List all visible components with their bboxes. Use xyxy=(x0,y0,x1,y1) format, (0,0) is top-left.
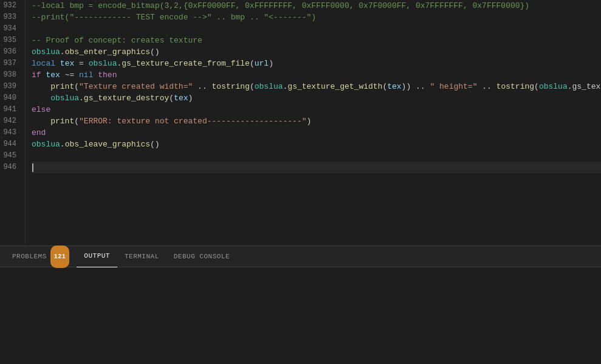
code-token: --local bmp = encode_bitmap(3,2,{0xFF000… xyxy=(32,1,529,10)
code-line: end xyxy=(32,127,601,139)
code-token: . xyxy=(79,94,84,103)
code-line: obslua.obs_leave_graphics() xyxy=(32,139,601,150)
code-token: ( xyxy=(250,59,255,68)
code-token: ) xyxy=(188,94,193,103)
code-line: --print("------------ TEST encode -->" .… xyxy=(32,12,601,23)
code-token: gs_texture_destroy xyxy=(84,94,169,103)
code-token: gs_texture_get_width xyxy=(287,82,382,91)
code-line: local tex = obslua.gs_texture_create_fro… xyxy=(32,58,601,69)
code-token: ) xyxy=(269,59,273,68)
line-number: 937 xyxy=(0,58,20,69)
code-token: tex xyxy=(387,82,401,91)
code-line: obslua.obs_enter_graphics() xyxy=(32,46,601,58)
line-number: 938 xyxy=(0,69,20,81)
code-token: then xyxy=(98,70,117,80)
code-token: obslua xyxy=(89,59,117,68)
code-token: --print("------------ TEST encode -->" .… xyxy=(32,13,316,22)
panel-tab-label: OUTPUT xyxy=(84,246,110,267)
code-token: () xyxy=(150,47,160,57)
code-token xyxy=(32,82,50,91)
code-token: ( xyxy=(74,117,79,126)
line-number: 943 xyxy=(0,127,20,139)
code-line: obslua.gs_texture_destroy(tex) xyxy=(32,92,601,104)
bottom-panel: PROBLEMS121OUTPUTTERMINALDEBUG CONSOLE xyxy=(0,246,601,364)
code-line: -- Proof of concept: creates texture xyxy=(32,35,601,46)
code-token: .. xyxy=(193,82,211,91)
code-token: ( xyxy=(534,82,539,91)
code-token: local xyxy=(32,59,55,68)
code-token: )) .. xyxy=(402,82,430,91)
code-token: obs_leave_graphics xyxy=(65,140,150,149)
code-token: ( xyxy=(74,82,79,91)
panel-tab-terminal[interactable]: TERMINAL xyxy=(117,246,167,267)
editor-area: 9329339349359369379389399409419429439449… xyxy=(0,0,601,246)
code-token: obslua xyxy=(32,47,60,57)
line-number: 935 xyxy=(0,35,20,46)
line-number: 934 xyxy=(0,23,20,35)
code-token: else xyxy=(32,105,50,114)
code-token: obslua xyxy=(255,82,283,91)
code-content[interactable]: --local bmp = encode_bitmap(3,2,{0xFF000… xyxy=(26,0,601,246)
code-token: nil xyxy=(79,70,93,80)
code-token: ) xyxy=(307,117,312,126)
code-token: . xyxy=(60,47,65,57)
problems-badge: 121 xyxy=(50,246,70,268)
code-token: print xyxy=(50,82,74,91)
panel-tab-output[interactable]: OUTPUT xyxy=(77,246,117,267)
code-token xyxy=(32,117,50,126)
code-token: -- Proof of concept: creates texture xyxy=(32,36,202,45)
code-token: obslua xyxy=(539,82,568,91)
line-number: 942 xyxy=(0,115,20,127)
code-token xyxy=(32,94,50,103)
panel-tab-label: DEBUG CONSOLE xyxy=(174,246,230,267)
line-number: 933 xyxy=(0,12,20,23)
code-token: tostring xyxy=(212,82,250,91)
code-line xyxy=(32,150,601,162)
code-token: end xyxy=(32,128,46,137)
code-token: obslua xyxy=(50,94,79,103)
code-line: --local bmp = encode_bitmap(3,2,{0xFF000… xyxy=(32,0,601,12)
code-token: tostring xyxy=(496,82,534,91)
code-line: print("ERROR: texture not created-------… xyxy=(32,115,601,127)
code-token: ( xyxy=(250,82,255,91)
panel-content xyxy=(0,267,601,364)
code-token: tex xyxy=(46,70,60,80)
code-token: url xyxy=(255,59,269,68)
line-number: 941 xyxy=(0,104,20,115)
code-token: obs_enter_graphics xyxy=(65,47,150,57)
code-token: gs_texture_create_from_file xyxy=(122,59,250,68)
code-token: . xyxy=(60,140,65,149)
code-token: obslua xyxy=(32,140,60,149)
code-token: ( xyxy=(169,94,174,103)
code-line: print("Texture created width=" .. tostri… xyxy=(32,81,601,92)
line-number: 946 xyxy=(0,162,20,173)
line-number: 939 xyxy=(0,81,20,92)
code-token: tex xyxy=(60,59,74,68)
line-number: 932 xyxy=(0,0,20,12)
code-line xyxy=(32,162,601,173)
code-token: print xyxy=(50,117,74,126)
code-token: "Texture created width=" xyxy=(79,82,193,91)
code-token: tex xyxy=(174,94,188,103)
panel-tab-label: PROBLEMS xyxy=(12,246,47,267)
code-line: else xyxy=(32,104,601,115)
panel-tabs: PROBLEMS121OUTPUTTERMINALDEBUG CONSOLE xyxy=(0,246,601,267)
line-number: 936 xyxy=(0,46,20,58)
line-numbers: 9329339349359369379389399409419429439449… xyxy=(0,0,26,246)
panel-tab-problems[interactable]: PROBLEMS121 xyxy=(5,246,77,267)
cursor xyxy=(32,163,33,172)
line-number: 945 xyxy=(0,150,20,162)
code-token: .gs_text xyxy=(568,82,601,91)
panel-tab-debug-console[interactable]: DEBUG CONSOLE xyxy=(167,246,237,267)
code-token: ~= xyxy=(60,70,79,80)
code-token: "ERROR: texture not created-------------… xyxy=(79,117,306,126)
panel-tab-label: TERMINAL xyxy=(125,246,159,267)
code-token: () xyxy=(150,140,160,149)
code-token: if xyxy=(32,70,41,80)
code-line: if tex ~= nil then xyxy=(32,69,601,81)
code-token: .. xyxy=(477,82,496,91)
code-token: " height=" xyxy=(430,82,477,91)
code-token: = xyxy=(74,59,88,68)
line-number: 944 xyxy=(0,139,20,150)
code-token xyxy=(55,59,60,68)
